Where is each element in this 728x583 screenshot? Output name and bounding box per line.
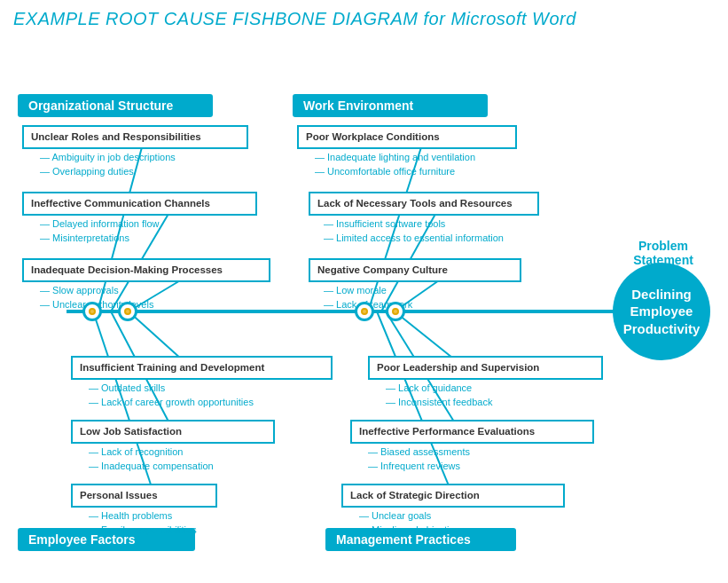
sub-ineffective-comm-1: Delayed information flow xyxy=(40,218,160,229)
problem-text: DecliningEmployeeProductivity xyxy=(623,286,701,338)
sub-negative-culture-1: Low morale xyxy=(324,285,387,295)
sub-ineffective-comm-2: Misinterpretations xyxy=(40,232,129,243)
cause-ineffective-perf: Ineffective Performance Evaluations xyxy=(350,420,594,444)
cause-inadequate-decision: Inadequate Decision-Making Processes xyxy=(22,258,270,282)
problem-circle: DecliningEmployeeProductivity xyxy=(613,263,710,360)
sub-lack-tools-1: Insufficient software tools xyxy=(324,218,445,229)
sub-poor-leadership-1: Lack of guidance xyxy=(386,382,472,393)
connector-circle-3 xyxy=(355,302,374,321)
sub-lack-strategic-1: Unclear goals xyxy=(359,510,431,521)
sub-low-job-sat-1: Lack of recognition xyxy=(89,446,183,457)
category-org-structure: Organizational Structure xyxy=(18,94,213,117)
cause-lack-tools: Lack of Necessary Tools and Resources xyxy=(309,192,539,216)
sub-personal-issues-2: Family responsibilities xyxy=(89,524,197,535)
cause-unclear-roles: Unclear Roles and Responsibilities xyxy=(22,125,248,149)
sub-unclear-roles-1: Ambiguity in job descriptions xyxy=(40,152,176,162)
sub-personal-issues-1: Health problems xyxy=(89,510,172,521)
sub-poor-workplace-2: Uncomfortable office furniture xyxy=(315,166,455,177)
cause-lack-strategic: Lack of Strategic Direction xyxy=(341,484,565,508)
sub-unclear-roles-2: Overlapping duties xyxy=(40,166,134,177)
connector-circle-2 xyxy=(118,302,137,321)
fishbone-diagram: Organizational Structure Work Environmen… xyxy=(13,36,715,560)
cause-personal-issues: Personal Issues xyxy=(71,484,217,508)
sub-insufficient-training-1: Outdated skills xyxy=(89,382,165,393)
sub-poor-workplace-1: Inadequate lighting and ventilation xyxy=(315,152,475,162)
svg-line-13 xyxy=(377,311,457,505)
cause-low-job-sat: Low Job Satisfaction xyxy=(71,420,275,444)
cause-poor-workplace: Poor Workplace Conditions xyxy=(297,125,517,149)
sub-poor-leadership-2: Inconsistent feedback xyxy=(386,397,492,407)
sub-ineffective-perf-1: Biased assessments xyxy=(368,446,470,457)
sub-inadequate-decision-1: Slow approvals xyxy=(40,285,119,295)
cause-ineffective-comm: Ineffective Communication Channels xyxy=(22,192,257,216)
page-title: EXAMPLE ROOT CAUSE FISHBONE DIAGRAM for … xyxy=(13,9,715,29)
connector-circle-1 xyxy=(82,302,102,321)
sub-ineffective-perf-2: Infrequent reviews xyxy=(368,461,460,471)
cause-insufficient-training: Insufficient Training and Development xyxy=(71,356,333,380)
cause-poor-leadership: Poor Leadership and Supervision xyxy=(368,356,603,380)
category-work-env: Work Environment xyxy=(293,94,488,117)
connector-circle-4 xyxy=(386,302,405,321)
sub-insufficient-training-2: Lack of career growth opportunities xyxy=(89,397,254,407)
sub-lack-strategic-2: Misaligned objectives xyxy=(359,524,465,535)
sub-low-job-sat-2: Inadequate compensation xyxy=(89,461,214,471)
cause-negative-culture: Negative Company Culture xyxy=(309,258,521,282)
sub-lack-tools-2: Limited access to essential information xyxy=(324,232,504,243)
